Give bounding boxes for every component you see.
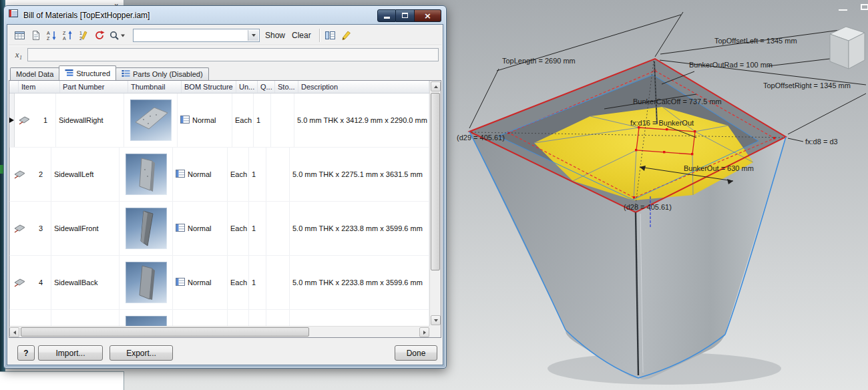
formula-cell-label: x₁ <box>10 49 27 60</box>
part-thumbnail <box>126 262 167 303</box>
current-row-arrow <box>9 118 14 123</box>
part-icon <box>13 277 26 288</box>
table-row[interactable]: 3 SidewallFront Normal Each 1 <box>9 202 429 256</box>
svg-text:Z: Z <box>47 36 50 41</box>
bom-dialog-icon <box>9 9 19 21</box>
horizontal-scrollbar[interactable] <box>9 326 429 337</box>
part-icon <box>13 223 26 234</box>
outlet-sketch <box>636 128 695 154</box>
bom-structure-icon <box>180 116 190 125</box>
minimize-button[interactable] <box>377 9 396 22</box>
dimension-label: fx:d16 = BunkerOut <box>630 119 694 127</box>
bom-table: Item Part Number Thumbnail BOM Structure… <box>9 80 441 338</box>
show-button[interactable]: Show <box>260 29 290 42</box>
dimension-label: BunkerOutRad = 100 mm <box>689 61 773 69</box>
part-thumbnail <box>126 316 167 326</box>
column-header-unit[interactable]: Un... <box>236 81 258 93</box>
column-header-bom-structure[interactable]: BOM Structure <box>182 81 236 93</box>
part-thumbnail <box>126 208 167 249</box>
renumber-items-icon[interactable]: 12 <box>75 28 91 43</box>
chevron-down-icon[interactable] <box>248 30 258 41</box>
scroll-up-button[interactable] <box>431 81 441 91</box>
dimension-label: fx:d8 = d3 <box>805 138 838 146</box>
dimension-label: TopOffsetLeft = 1345 mm <box>714 37 797 45</box>
svg-text:A: A <box>63 36 66 41</box>
import-button[interactable]: Import... <box>38 345 103 361</box>
document-icon[interactable] <box>27 28 43 43</box>
bom-tabs: Model Data Structured Parts Only (Disabl… <box>10 65 440 80</box>
formula-bar: x₁ <box>10 47 440 63</box>
dialog-titlebar[interactable]: Bill of Materials [TopExtHopper.iam] × <box>4 6 446 24</box>
dialog-footer: ? Import... Export... Done <box>11 345 439 361</box>
column-header-item[interactable]: Item <box>19 81 60 93</box>
bom-structure-icon <box>176 170 185 179</box>
tab-model-data[interactable]: Model Data <box>10 67 59 80</box>
filter-combobox[interactable] <box>133 29 260 42</box>
column-header-thumbnail[interactable]: Thumbnail <box>128 81 182 93</box>
maximize-button[interactable] <box>396 9 415 22</box>
formula-input[interactable] <box>27 48 439 61</box>
bom-structure-icon <box>176 278 185 287</box>
table-row[interactable]: 4 SidewallBack Normal Each 1 5 <box>9 256 429 310</box>
dimension-label: (d29 = 405.61) <box>457 134 505 142</box>
dimension-label: TopLength = 2690 mm <box>502 57 576 65</box>
table-body: 1 SidewallRight Normal Each 1 <box>9 93 429 326</box>
column-header-gutter <box>9 81 19 93</box>
part-number-merge-icon[interactable] <box>339 28 355 43</box>
background-panel <box>0 371 124 390</box>
table-row[interactable]: 2 SidewallLeft Normal Each 1 5 <box>9 148 429 202</box>
export-button[interactable]: Export... <box>110 345 173 361</box>
dialog-title: Bill of Materials [TopExtHopper.iam] <box>23 11 150 20</box>
table-view-icon[interactable] <box>11 28 27 43</box>
table-header: Item Part Number Thumbnail BOM Structure… <box>9 81 429 93</box>
horizontal-scroll-thumb[interactable] <box>21 327 309 337</box>
column-header-stock[interactable]: Sto... <box>275 81 298 93</box>
table-row[interactable]: 1 SidewallRight Normal Each 1 <box>9 93 429 148</box>
dimension-label: BunkerOut = 630 mm <box>684 164 754 172</box>
update-icon[interactable] <box>91 28 107 43</box>
sort-descending-icon[interactable]: ZA <box>59 28 75 43</box>
tab-parts-only[interactable]: Parts Only (Disabled) <box>116 67 209 80</box>
app-root: TopOffsetLeft = 1345 mm TopLength = 2690… <box>0 0 868 390</box>
sort-ascending-icon[interactable]: AZ <box>43 28 59 43</box>
view-options-icon[interactable] <box>322 28 339 43</box>
bom-toolbar: AZ ZA 12 Show Clear <box>9 26 441 45</box>
help-button[interactable]: ? <box>17 345 35 361</box>
dimension-label: BunkerCalcOff = 737.5 mm <box>633 98 722 106</box>
part-thumbnail <box>126 154 167 195</box>
flat-list-icon <box>122 69 130 79</box>
scrollbar-corner <box>429 326 441 337</box>
svg-text:A: A <box>47 31 50 35</box>
minimize-icon[interactable] <box>839 4 847 11</box>
clear-button[interactable]: Clear <box>290 29 316 42</box>
part-icon <box>17 115 31 126</box>
search-icon[interactable] <box>107 28 128 43</box>
dimension-label: TopOffsetRight = 1345 mm <box>763 81 851 89</box>
restore-icon[interactable] <box>861 4 868 10</box>
dialog-client: AZ ZA 12 Show Clear <box>7 24 443 365</box>
table-row[interactable] <box>9 310 429 326</box>
scroll-down-button[interactable] <box>431 315 441 325</box>
column-header-part-number[interactable]: Part Number <box>60 81 128 93</box>
close-button[interactable]: × <box>415 9 441 22</box>
tab-structured[interactable]: Structured <box>59 65 116 80</box>
part-icon <box>13 169 26 180</box>
vertical-scrollbar[interactable] <box>429 81 441 326</box>
dimension-label: (d28 = 405.61) <box>624 203 672 211</box>
bom-structure-icon <box>176 224 185 233</box>
view-cube[interactable] <box>830 27 865 69</box>
toolbar-separator <box>319 29 320 42</box>
column-header-description[interactable]: Description <box>298 81 429 93</box>
svg-text:Z: Z <box>63 31 66 35</box>
part-thumbnail <box>130 100 172 141</box>
done-button[interactable]: Done <box>395 345 437 361</box>
svg-text:1: 1 <box>79 31 82 35</box>
scroll-left-button[interactable] <box>9 327 19 337</box>
scroll-right-button[interactable] <box>419 327 429 337</box>
column-header-qty[interactable]: Q... <box>258 81 275 93</box>
bom-dialog: Bill of Materials [TopExtHopper.iam] × A… <box>3 5 447 369</box>
structured-list-icon <box>65 69 73 78</box>
vertical-scroll-thumb[interactable] <box>431 93 440 270</box>
